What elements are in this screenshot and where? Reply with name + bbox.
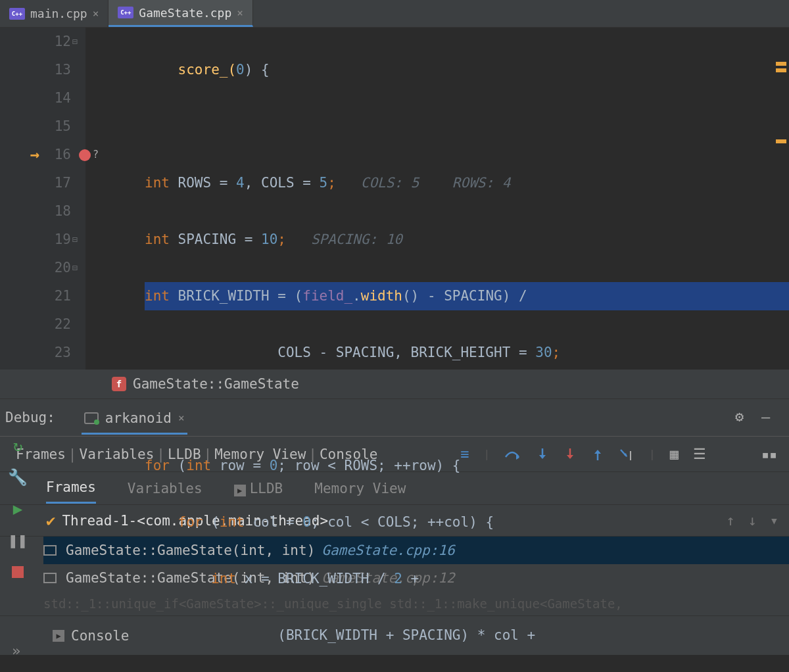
line-number[interactable]: 18 [0,197,71,226]
line-number[interactable]: ⊟19 [0,226,71,254]
breakpoint-line[interactable]: 16? [0,141,71,169]
console-label: Console [71,628,130,644]
line-number[interactable]: 22 [0,310,71,339]
line-number[interactable]: 14 [0,84,71,112]
line-number[interactable]: ⊟12 [0,28,71,56]
tab-gamestate-cpp[interactable]: C++ GameState.cpp × [108,0,253,27]
tab-label: GameState.cpp [139,6,231,20]
close-icon[interactable]: × [237,7,243,19]
debug-controls: ↻ 🔧 ▶ ❚❚ [0,437,36,581]
frame-icon [43,573,57,583]
editor-gutter[interactable]: ⊟12 13 14 15 16? 17 18 ⊟19 ⊟20 21 22 23 [0,28,85,370]
pause-icon[interactable]: ❚❚ [9,531,27,550]
code-editor[interactable]: ⊟12 13 14 15 16? 17 18 ⊟19 ⊟20 21 22 23 … [0,28,789,370]
tab-label: main.cpp [30,7,87,20]
cpp-file-icon: C++ [9,8,25,20]
check-icon: ✔ [46,512,55,530]
resume-icon[interactable]: ▶ [9,500,27,518]
line-number[interactable]: 21 [0,282,71,310]
line-number[interactable]: 13 [0,56,71,84]
cpp-file-icon: C++ [118,7,133,18]
tab-frames[interactable]: Frames [46,473,96,504]
frame-icon [43,545,57,556]
line-number[interactable]: 15 [0,112,71,141]
debug-label: Debug: [5,410,55,425]
line-number[interactable]: 17 [0,169,71,197]
expand-icon[interactable]: » [12,642,20,659]
editor-tabs: C++ main.cpp × C++ GameState.cpp × [0,0,789,28]
stop-icon[interactable] [9,563,27,581]
close-icon[interactable]: × [93,7,99,20]
editor-marks [777,28,789,370]
chevron-right-icon: ▶ [53,630,64,642]
wrench-icon[interactable]: 🔧 [9,468,27,487]
crumb-variables[interactable]: Variables [80,446,155,462]
line-number[interactable]: 23 [0,339,71,367]
function-icon: f [112,377,126,391]
tab-main-cpp[interactable]: C++ main.cpp × [0,0,108,27]
line-number[interactable]: ⊟20 [0,254,71,282]
run-config-icon [84,412,99,424]
code-area[interactable]: score_(0) { int ROWS = 4, COLS = 5; COLS… [85,28,789,370]
rerun-icon[interactable]: ↻ [9,437,27,455]
